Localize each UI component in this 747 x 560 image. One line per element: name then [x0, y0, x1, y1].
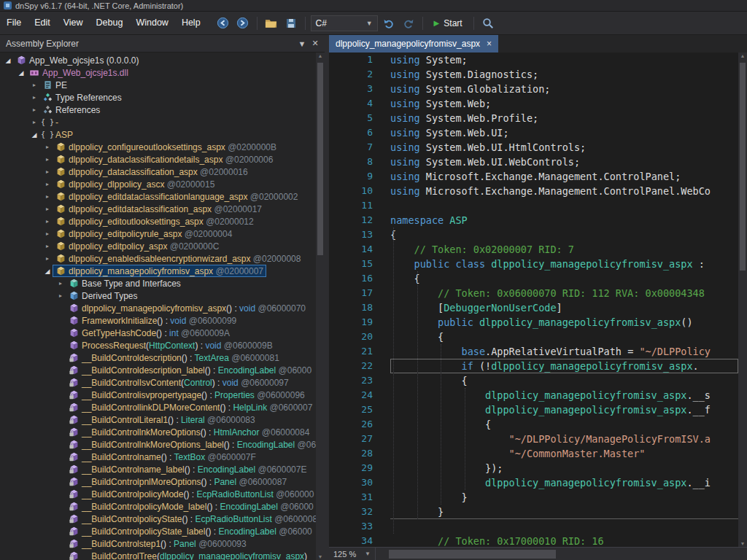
tree-item[interactable]: __BuildControllnkMoreOptions() : HtmlAnc…: [0, 426, 316, 438]
expander-expanded-icon[interactable]: ◢: [42, 268, 53, 275]
tree-item[interactable]: GetTypeHashCode() : int @0600009A: [0, 327, 316, 339]
menu-help[interactable]: Help: [175, 12, 207, 34]
code-line-12[interactable]: 12namespace ASP: [329, 213, 738, 228]
expander-collapsed-icon[interactable]: ▸: [42, 181, 53, 187]
code-line-6[interactable]: 6using System.Web.UI;: [329, 125, 738, 140]
expander-collapsed-icon[interactable]: ▸: [42, 230, 53, 237]
tree-item[interactable]: dlppolicy_managepolicyfromisv_aspx() : v…: [0, 302, 316, 314]
open-button[interactable]: [263, 15, 280, 32]
tree-item[interactable]: ▸dlppolicy_dataclassification_aspx @0200…: [0, 166, 316, 178]
scroll-up-icon[interactable]: ▲: [316, 53, 325, 58]
expander-collapsed-icon[interactable]: ▸: [42, 144, 53, 150]
expander-collapsed-icon[interactable]: ▸: [42, 193, 53, 200]
code-line-27[interactable]: 27 "~/DLPPolicy/ManagePolicyFromISV.a: [329, 432, 738, 446]
tree-item[interactable]: ▸dlppolicy_dlppolicy_ascx @02000015: [0, 178, 316, 190]
code-line-31[interactable]: 31 }: [329, 490, 738, 505]
expander-collapsed-icon[interactable]: ▸: [42, 243, 53, 249]
tree-item[interactable]: ▸dlppolicy_dataclassificationdetails_asp…: [0, 153, 316, 166]
code-line-11[interactable]: 11: [329, 198, 738, 213]
tree-item[interactable]: FrameworkInitialize() : void @06000099: [0, 314, 316, 327]
tree-item[interactable]: __BuildControlpolicyMode() : EcpRadioBut…: [0, 488, 316, 500]
code-line-9[interactable]: 9using Microsoft.Exchange.Management.Con…: [329, 169, 738, 184]
code-line-7[interactable]: 7using System.Web.UI.HtmlControls;: [329, 140, 738, 155]
tree-item[interactable]: __BuildControlLiteral1() : Literal @0600…: [0, 413, 316, 426]
tree-item[interactable]: ▸{ }-: [0, 116, 316, 128]
expander-collapsed-icon[interactable]: ▸: [29, 94, 39, 101]
tree-item[interactable]: ◢App_Web_ojcsje1s (0.0.0.0): [0, 54, 316, 66]
code-line-19[interactable]: 19 public dlppolicy_managepolicyfromisv_…: [329, 315, 738, 330]
code-line-22[interactable]: 22 if (!dlppolicy_managepolicyfromisv_as…: [329, 359, 738, 373]
scroll-down-icon[interactable]: ▼: [738, 541, 747, 546]
scroll-down-icon[interactable]: ▼: [316, 554, 325, 559]
expander-collapsed-icon[interactable]: ▸: [29, 82, 39, 88]
expander-collapsed-icon[interactable]: ▸: [29, 106, 39, 113]
tree-item[interactable]: __BuildControllinkDLPMoreContent() : Hel…: [0, 401, 316, 413]
code-line-18[interactable]: 18 [DebuggerNonUserCode]: [329, 300, 738, 315]
language-select[interactable]: C# ▼: [311, 15, 378, 31]
tree-vertical-scrollbar[interactable]: ▲ ▼: [316, 52, 325, 560]
editor-vertical-scrollbar[interactable]: ▲ ▼: [738, 52, 747, 547]
tree-item[interactable]: ◢dlppolicy_managepolicyfromisv_aspx @020…: [0, 265, 316, 277]
tree-item[interactable]: ▸Type References: [0, 91, 316, 104]
code-lines[interactable]: 1using System;2using System.Diagnostics;…: [329, 52, 738, 547]
expander-collapsed-icon[interactable]: ▸: [42, 255, 53, 262]
code-line-16[interactable]: 16 {: [329, 271, 738, 286]
expander-collapsed-icon[interactable]: ▸: [42, 156, 53, 163]
nav-back-button[interactable]: [214, 15, 232, 32]
tree-item[interactable]: __BuildControldescription() : TextArea @…: [0, 351, 316, 364]
tree-item[interactable]: ▸Base Type and Interfaces: [0, 277, 316, 289]
panel-menu-icon[interactable]: ▼: [295, 39, 309, 48]
code-line-29[interactable]: 29 });: [329, 461, 738, 475]
expander-expanded-icon[interactable]: ◢: [16, 69, 26, 77]
tree-item[interactable]: ◢App_Web_ojcsje1s.dll: [0, 66, 316, 79]
code-line-5[interactable]: 5using System.Web.Profile;: [329, 111, 738, 125]
tree-item[interactable]: ▸dlppolicy_editpolicyrule_aspx @02000004: [0, 228, 316, 240]
tree-item[interactable]: __BuildControldescription_label() : Enco…: [0, 364, 316, 376]
code-line-8[interactable]: 8using System.Web.UI.WebControls;: [329, 155, 738, 169]
tree-item[interactable]: ▸dlppolicy_editdataclassification_aspx @…: [0, 203, 316, 215]
tree-item[interactable]: ▸dlppolicy_editdataclassificationlanguag…: [0, 190, 316, 203]
tab-dlppolicy-managepolicyfromisv-aspx[interactable]: dlppolicy_managepolicyfromisv_aspx ×: [329, 35, 498, 52]
code-line-4[interactable]: 4using System.Web;: [329, 96, 738, 111]
tree-item[interactable]: ProcessRequest(HttpContext) : void @0600…: [0, 339, 316, 351]
menu-window[interactable]: Window: [129, 12, 174, 34]
code-line-2[interactable]: 2using System.Diagnostics;: [329, 67, 738, 82]
tree-item[interactable]: ▸dlppolicy_enabledisableencryptionwizard…: [0, 252, 316, 265]
expander-collapsed-icon[interactable]: ▸: [42, 206, 53, 212]
search-assemblies-button[interactable]: [479, 15, 497, 32]
tree-item[interactable]: __BuildControlstep1() : Panel @06000093: [0, 537, 316, 550]
menu-debug[interactable]: Debug: [90, 12, 130, 34]
undo-button[interactable]: [380, 15, 398, 32]
tree-item[interactable]: __BuildControllnkMoreOptions_label() : E…: [0, 438, 316, 451]
code-line-21[interactable]: 21 base.AppRelativeVirtualPath = "~/DLPP…: [329, 344, 738, 359]
code-line-14[interactable]: 14 // Token: 0x02000007 RID: 7: [329, 242, 738, 257]
horizontal-scrollbar-thumb[interactable]: [389, 550, 556, 559]
tree-item[interactable]: ▸Derived Types: [0, 289, 316, 302]
code-line-3[interactable]: 3using System.Globalization;: [329, 82, 738, 96]
code-line-15[interactable]: 15 public class dlppolicy_managepolicyfr…: [329, 257, 738, 271]
menu-edit[interactable]: Edit: [28, 12, 57, 34]
code-line-32[interactable]: 32 }: [329, 505, 738, 519]
expander-collapsed-icon[interactable]: ▸: [42, 218, 53, 225]
tree-item[interactable]: __BuildControlpolicyState() : EcpRadioBu…: [0, 513, 316, 525]
save-all-button[interactable]: [282, 15, 300, 32]
expander-collapsed-icon[interactable]: ▸: [29, 119, 39, 125]
code-line-26[interactable]: 26 {: [329, 417, 738, 432]
tree-item[interactable]: __BuildControlname_label() : EncodingLab…: [0, 463, 316, 475]
menu-file[interactable]: File: [0, 12, 28, 34]
tree-item[interactable]: ◢{ }ASP: [0, 128, 316, 141]
code-line-20[interactable]: 20 {: [329, 330, 738, 344]
code-line-13[interactable]: 13{: [329, 228, 738, 242]
expander-collapsed-icon[interactable]: ▸: [55, 280, 66, 287]
code-line-17[interactable]: 17 // Token: 0x06000070 RID: 112 RVA: 0x…: [329, 286, 738, 300]
tree-item[interactable]: ▸dlppolicy_editpolicy_aspx @0200000C: [0, 240, 316, 252]
tree-item[interactable]: __BuildControlpolicyMode_label() : Encod…: [0, 500, 316, 513]
code-line-34[interactable]: 34 // Token: 0x17000010 RID: 16: [329, 534, 738, 547]
expander-expanded-icon[interactable]: ◢: [29, 131, 39, 139]
tree-item[interactable]: ▸References: [0, 104, 316, 116]
horizontal-scrollbar[interactable]: [376, 548, 747, 560]
zoom-select[interactable]: 125 % ▼: [329, 548, 376, 560]
start-button[interactable]: ▶ Start: [428, 15, 468, 32]
tree-item[interactable]: __BuildControlname() : TextBox @0600007F: [0, 451, 316, 463]
code-line-10[interactable]: 10using Microsoft.Exchange.Management.Co…: [329, 184, 738, 198]
